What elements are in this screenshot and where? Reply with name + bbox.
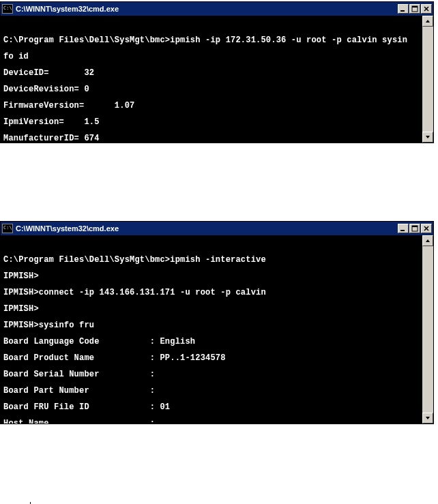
- client-area: C:\Program Files\Dell\SysMgt\bmc>ipmish …: [1, 235, 433, 424]
- maximize-button[interactable]: [409, 224, 420, 233]
- svg-rect-3: [400, 230, 405, 231]
- terminal-line: Board Part Number :: [3, 387, 422, 395]
- terminal-line: IPMISH>connect -ip 143.166.131.171 -u ro…: [3, 288, 422, 297]
- scroll-up-button[interactable]: [422, 235, 433, 246]
- svg-rect-2: [412, 6, 418, 8]
- close-button[interactable]: [421, 4, 432, 14]
- vertical-scrollbar[interactable]: [422, 235, 433, 424]
- close-button[interactable]: [421, 224, 432, 233]
- titlebar[interactable]: C:\WINNT\system32\cmd.exe: [1, 222, 433, 235]
- window-controls: [398, 4, 432, 14]
- maximize-button[interactable]: [409, 4, 420, 14]
- cmd-icon: [2, 224, 13, 233]
- terminal-line: ManufacturerID= 674: [3, 134, 422, 143]
- minimize-button[interactable]: [398, 4, 409, 14]
- cmd-window-1: C:\WINNT\system32\cmd.exe C:\Program Fil…: [0, 1, 434, 143]
- window-title: C:\WINNT\system32\cmd.exe: [16, 224, 398, 233]
- scroll-track[interactable]: [422, 27, 433, 132]
- vertical-scrollbar[interactable]: [422, 16, 433, 143]
- terminal-line: fo id: [3, 53, 422, 61]
- terminal-line: C:\Program Files\Dell\SysMgt\bmc>ipmish …: [3, 36, 422, 44]
- terminal-line: DeviceRevision= 0: [3, 85, 422, 93]
- client-area: C:\Program Files\Dell\SysMgt\bmc>ipmish …: [1, 16, 433, 143]
- terminal-line: Host Name :: [3, 419, 422, 424]
- cmd-window-2: C:\WINNT\system32\cmd.exe C:\Program Fil…: [0, 221, 434, 424]
- terminal-line: Board Serial Number :: [3, 370, 422, 379]
- terminal-line: Board Product Name : PP..1-1234578: [3, 354, 422, 362]
- terminal-line: IPMISH>: [3, 272, 422, 280]
- svg-rect-5: [412, 226, 418, 227]
- window-title: C:\WINNT\system32\cmd.exe: [16, 5, 398, 13]
- terminal-line: DeviceID= 32: [3, 69, 422, 77]
- terminal-line: C:\Program Files\Dell\SysMgt\bmc>ipmish …: [3, 256, 422, 264]
- terminal-line: IpmiVersion= 1.5: [3, 118, 422, 126]
- terminal-output[interactable]: C:\Program Files\Dell\SysMgt\bmc>ipmish …: [1, 235, 422, 424]
- terminal-line: IPMISH>: [3, 305, 422, 313]
- terminal-line: FirmwareVersion= 1.07: [3, 102, 422, 110]
- terminal-line: IPMISH>sysinfo fru: [3, 321, 422, 329]
- terminal-line: Board FRU File ID : 01: [3, 403, 422, 411]
- minimize-button[interactable]: [398, 224, 409, 233]
- terminal-line: Board Language Code : English: [3, 338, 422, 346]
- scroll-track[interactable]: [422, 246, 433, 413]
- scroll-down-button[interactable]: [422, 413, 433, 424]
- titlebar[interactable]: C:\WINNT\system32\cmd.exe: [1, 2, 433, 16]
- scroll-down-button[interactable]: [422, 132, 433, 143]
- terminal-output[interactable]: C:\Program Files\Dell\SysMgt\bmc>ipmish …: [1, 16, 422, 143]
- window-controls: [398, 224, 432, 233]
- scroll-up-button[interactable]: [422, 16, 433, 27]
- svg-rect-0: [400, 10, 405, 12]
- cmd-icon: [2, 4, 13, 14]
